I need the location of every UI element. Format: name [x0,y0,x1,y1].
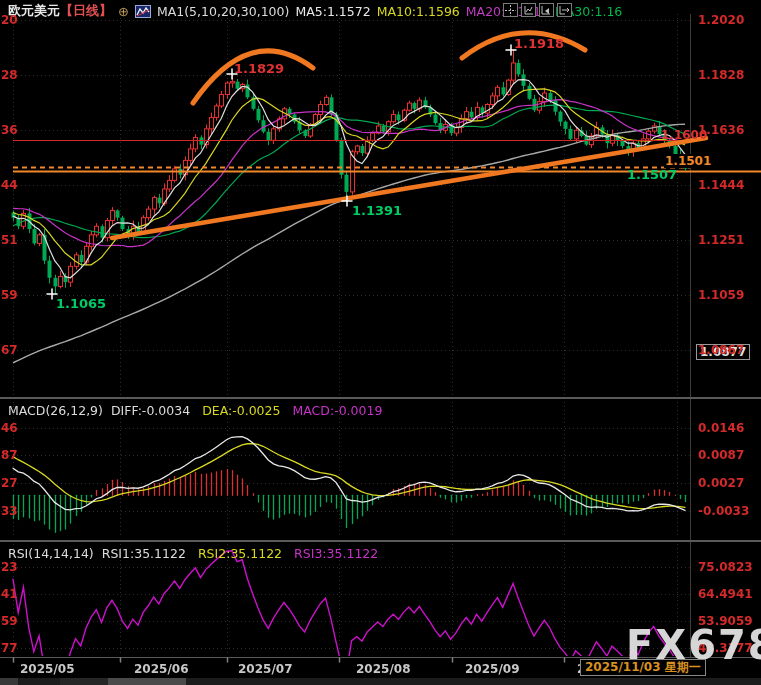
ma5-value: MA5:1.1572 [295,4,370,19]
macd-hist-value: MACD:-0.0019 [292,403,382,418]
time-axis-month-label: 2025/09 [465,662,519,676]
indicator-window-tool-button[interactable] [539,3,554,17]
main-y-axis-label: 1.1059 [698,288,744,302]
ma-formula-label: MA1(5,10,20,30,100) [157,4,289,19]
ma10-value: MA10:1.1596 [377,4,460,19]
rsi-y-axis-clipped-label: 77 [1,641,18,655]
time-axis-month-label: 2025/06 [134,662,188,676]
price-annotation: 1.1507 [627,167,677,182]
rsi-header: RSI(14,14,14) RSI1:35.1122 RSI2:35.1122 … [8,546,378,561]
selected-date-badge: 2025/11/03 星期一 [580,659,706,676]
current-price-label: 1.1501 [664,154,712,168]
axis-scale-tool-button[interactable] [521,3,536,17]
crosshair-tool-button[interactable] [503,3,518,17]
macd-y-axis-clipped-label: 27 [1,476,18,490]
timeframe-label: 【日线】 [60,2,112,20]
price-annotation: 1.1829 [234,61,284,76]
time-axis-month-label: 2025/08 [356,662,410,676]
chart-toolbar [503,3,572,17]
main-y-axis-label: 1.1636 [698,123,744,137]
main-y-axis-label: 1.1828 [698,68,744,82]
main-y-axis-clipped-label: 59 [1,288,18,302]
rsi-formula-label: RSI(14,14,14) [8,546,94,561]
macd-diff-value: DIFF:-0.0034 [111,403,190,418]
main-y-axis-label: 1.2020 [698,13,744,27]
main-y-axis-clipped-label: 44 [1,178,18,192]
rsi3-value: RSI3:35.1122 [294,546,378,561]
rsi-y-axis-clipped-label: 41 [1,587,18,601]
rsi1-value: RSI1:35.1122 [102,546,186,561]
rsi2-value: RSI2:35.1122 [198,546,282,561]
rsi-y-axis-clipped-label: 59 [1,614,18,628]
detach-window-tool-button[interactable] [557,3,572,17]
macd-y-axis-clipped-label: 46 [1,421,18,435]
main-y-axis-clipped-label: 20 [1,13,18,27]
main-y-axis-clipped-label: 28 [1,68,18,82]
main-y-axis-label: 1.0867 [698,343,744,357]
macd-header: MACD(26,12,9) DIFF:-0.0034 DEA:-0.0025 M… [8,403,382,418]
macd-dea-value: DEA:-0.0025 [202,403,280,418]
macd-formula-label: MACD(26,12,9) [8,403,103,418]
macd-y-axis-label: -0.0033 [698,504,749,518]
macd-y-axis-clipped-label: 33 [1,504,18,518]
chart-canvas[interactable] [0,0,761,685]
add-indicator-icon[interactable]: ⊕ [118,4,129,19]
macd-y-axis-label: 0.0027 [698,476,744,490]
price-annotation: 1.1391 [352,203,402,218]
line-chart-icon[interactable] [135,5,151,18]
main-y-axis-clipped-label: 67 [1,343,18,357]
rsi-y-axis-label: 75.0823 [698,560,753,574]
main-y-axis-clipped-label: 36 [1,123,18,137]
main-y-axis-clipped-label: 51 [1,233,18,247]
macd-y-axis-label: 0.0087 [698,448,744,462]
main-y-axis-label: 1.1251 [698,233,744,247]
rsi-y-axis-clipped-label: 23 [1,560,18,574]
macd-y-axis-clipped-label: 87 [1,448,18,462]
charting-app-window: 欧元美元【日线】 ⊕ MA1(5,10,20,30,100) MA5:1.157… [0,0,761,685]
price-annotation: 1.1918 [514,36,564,51]
time-axis-month-label: 2025/05 [20,662,74,676]
macd-y-axis-label: 0.0146 [698,421,744,435]
main-y-axis-label: 1.1444 [698,178,744,192]
price-annotation: 1.1065 [56,296,106,311]
rsi-y-axis-label: 64.4941 [698,587,753,601]
time-axis-month-label: 2025/07 [238,662,292,676]
